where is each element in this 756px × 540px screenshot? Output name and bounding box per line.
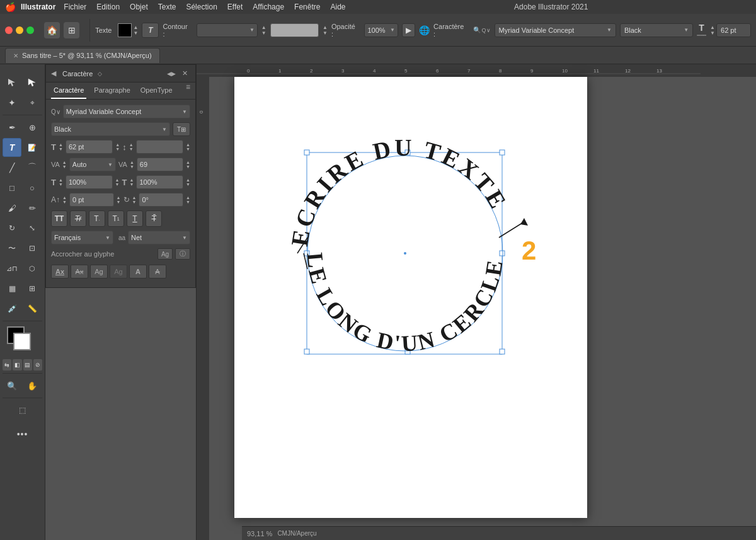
tab-paragraphe[interactable]: Paragraphe <box>91 83 133 99</box>
gradient-tool[interactable]: ▦ <box>3 279 21 298</box>
stroke-btn-a1[interactable]: A <box>129 265 147 279</box>
leading-stepper2[interactable]: ▲▼ <box>186 142 190 151</box>
stroke-color-box[interactable] <box>270 23 319 37</box>
hscale-stepper[interactable]: ▲▼ <box>59 178 63 187</box>
direct-select-tool[interactable] <box>23 73 42 92</box>
app-name[interactable]: Illustrator <box>21 3 55 11</box>
arc-tool[interactable]: ⌒ <box>23 158 42 177</box>
font-options-btn[interactable]: T ═══ <box>697 23 706 37</box>
rotation-input[interactable] <box>139 193 183 207</box>
menu-edition[interactable]: Edition <box>92 1 124 13</box>
hscale-stepper2[interactable]: ▲▼ <box>115 178 120 187</box>
panel-close-btn[interactable]: ✕ <box>182 69 188 78</box>
stroke-btn-ag2[interactable]: Ag <box>110 265 127 279</box>
paintbrush-tool[interactable]: 🖌 <box>3 198 21 217</box>
vscale-input[interactable] <box>136 175 183 189</box>
line-tool[interactable]: ╱ <box>3 158 21 177</box>
warp-tool[interactable]: 〜 <box>3 239 21 258</box>
baseline-stepper[interactable]: ▲▼ <box>62 195 67 204</box>
style-btn-T-sub[interactable]: T1 <box>108 210 124 227</box>
globe-icon[interactable]: 🌐 <box>419 25 430 35</box>
select-tool[interactable] <box>3 73 21 92</box>
menu-selection[interactable]: Sélection <box>181 1 221 13</box>
artboard-tool[interactable]: ⬚ <box>13 401 32 420</box>
glyph-info-icon[interactable]: ⓘ <box>175 248 190 260</box>
kern-stepper2[interactable]: ▲▼ <box>186 160 190 169</box>
rect-tool[interactable]: □ <box>3 178 21 197</box>
shape-builder-tool[interactable]: ⊿⊓ <box>3 259 21 278</box>
hscale-input[interactable] <box>66 175 113 189</box>
mesh-tool[interactable]: ⊞ <box>23 279 42 298</box>
font-size-input[interactable] <box>66 140 113 154</box>
tab-opentype[interactable]: OpenType <box>138 83 175 99</box>
close-btn[interactable] <box>5 26 13 34</box>
stroke-btn-ag1[interactable]: Ag <box>90 265 108 279</box>
panel-font-name[interactable]: Myriad Variable Concept ▼ <box>63 105 190 118</box>
stroke-btn-ax1[interactable]: Ax <box>51 265 69 279</box>
kern-stepper[interactable]: ▲▼ <box>130 160 134 169</box>
rotate-tool[interactable]: ↻ <box>3 219 21 238</box>
size-stepper2[interactable]: ▲▼ <box>115 142 120 151</box>
background-color[interactable] <box>13 333 31 350</box>
home-btn[interactable]: 🏠 <box>44 22 60 38</box>
minimize-btn[interactable] <box>16 26 23 34</box>
menu-fenetre[interactable]: Fenêtre <box>290 1 324 13</box>
rotation-stepper2[interactable]: ▲▼ <box>186 195 190 204</box>
opacite-dropdown[interactable]: 100% ▼ <box>364 23 398 37</box>
zoom-tool[interactable]: 🔍 <box>3 376 21 395</box>
contour-dropdown[interactable]: ▼ <box>197 23 258 37</box>
antialiasing-select[interactable]: Net ▼ <box>128 231 190 244</box>
panel-expand-icon[interactable]: ◀▶ <box>167 71 176 77</box>
menu-affichage[interactable]: Affichage <box>248 1 289 13</box>
grid-btn[interactable]: ⊞ <box>64 22 79 38</box>
none-swatch[interactable]: ⊘ <box>33 359 42 371</box>
free-transform-tool[interactable]: ⊡ <box>23 239 42 258</box>
baseline-stepper2[interactable]: ▲▼ <box>117 195 121 204</box>
leading-input[interactable] <box>136 140 183 154</box>
stroke-btn-a2[interactable]: A <box>149 265 166 279</box>
style-btn-T-underline[interactable]: T <box>127 210 143 227</box>
contour-stepper[interactable]: ▲ ▼ <box>261 25 266 36</box>
canvas-area[interactable]: 0 1 2 3 4 5 6 7 8 9 10 11 12 13 <box>197 64 756 540</box>
add-anchor-tool[interactable]: ⊕ <box>23 118 42 137</box>
menu-objet[interactable]: Objet <box>125 1 152 13</box>
perspective-tool[interactable]: ⬡ <box>23 259 42 278</box>
baseline-input[interactable] <box>69 193 114 207</box>
fill-color[interactable] <box>118 23 132 37</box>
pen-tool[interactable]: ✒ <box>3 118 21 137</box>
eyedropper-tool[interactable]: 💉 <box>3 299 21 318</box>
measure-tool[interactable]: 📏 <box>23 299 42 318</box>
swap-colors-icon[interactable]: ⇆ <box>3 359 11 371</box>
area-text-tool[interactable]: 📝 <box>23 138 42 157</box>
panel-font-style[interactable]: Black ▼ <box>51 122 170 136</box>
hand-tool[interactable]: ✋ <box>23 376 42 395</box>
style-btn-Tr[interactable]: Tr <box>70 210 86 227</box>
rotation-stepper[interactable]: ▲▼ <box>132 195 137 204</box>
kern-input[interactable] <box>137 158 183 171</box>
style-btn-TT[interactable]: TT <box>51 210 67 227</box>
size-stepper[interactable]: ▲▼ <box>59 142 63 151</box>
maximize-btn[interactable] <box>26 26 34 34</box>
style-btn-T-strike[interactable]: T̄ <box>146 210 162 227</box>
apple-icon[interactable]: 🍎 <box>5 2 16 12</box>
tracking-select[interactable]: Auto ▼ <box>69 158 116 171</box>
opacite-arrow-btn[interactable]: ▶ <box>402 23 415 37</box>
stroke-stepper[interactable]: ▲ ▼ <box>323 25 328 36</box>
font-name-dropdown[interactable]: Myriad Variable Concept ▼ <box>495 23 616 37</box>
tracking-stepper[interactable]: ▲▼ <box>62 160 67 169</box>
glyph-snap-icon[interactable]: Ag <box>158 248 173 260</box>
color-picker-group[interactable]: ▲ ▼ <box>118 23 138 37</box>
font-style-dropdown[interactable]: Black ▼ <box>620 23 693 37</box>
style-btn-T-super[interactable]: T. <box>89 210 105 227</box>
leading-stepper[interactable]: ▲▼ <box>129 142 134 151</box>
menu-aide[interactable]: Aide <box>326 1 350 13</box>
tab-caractere[interactable]: Caractère <box>51 83 86 99</box>
pencil-tool[interactable]: ✏ <box>23 198 42 217</box>
font-size-stepper[interactable]: ▲ ▼ <box>710 25 715 36</box>
font-preview-btn[interactable]: T⊞ <box>173 122 190 136</box>
panel-collapse-arrow[interactable]: ◀ <box>51 69 56 78</box>
vscale-stepper[interactable]: ▲▼ <box>129 178 134 187</box>
tab-close-icon[interactable]: ✕ <box>13 52 18 59</box>
ellipse-tool[interactable]: ○ <box>23 178 42 197</box>
more-tools-btn[interactable]: ••• <box>13 425 32 444</box>
